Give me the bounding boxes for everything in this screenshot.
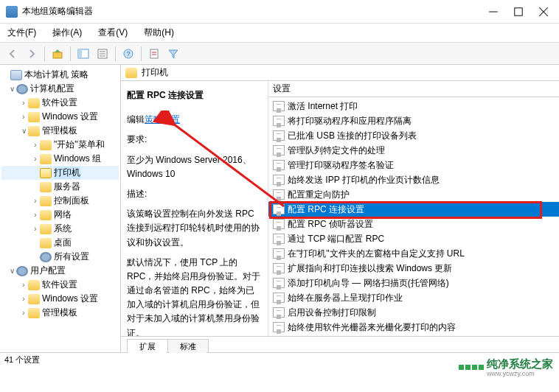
list-item[interactable]: 配置重定向防护 — [268, 187, 559, 202]
tree-desktop[interactable]: 桌面 — [54, 237, 72, 249]
filter-button[interactable] — [165, 46, 181, 62]
menu-file[interactable]: 文件(F) — [4, 25, 39, 41]
expander-icon[interactable]: › — [31, 211, 40, 219]
setting-icon — [273, 101, 285, 111]
minimize-button[interactable] — [488, 7, 499, 17]
back-button[interactable] — [4, 46, 21, 62]
edit-policy-link[interactable]: 策略设置 — [145, 114, 180, 125]
folder-icon — [40, 168, 52, 178]
nav-tree[interactable]: 本地计算机 策略 ∨计算机配置 ›软件设置 ›Windows 设置 ∨管理模板 … — [0, 65, 121, 352]
show-hide-tree-button[interactable] — [75, 46, 91, 62]
watermark: 纯净系统之家 www.ycwzy.com — [459, 357, 553, 377]
list-item-label: 配置 RPC 侦听器设置 — [288, 218, 373, 231]
list-item[interactable]: 启用设备控制打印限制 — [268, 305, 559, 320]
expander-icon[interactable]: › — [19, 309, 28, 317]
folder-icon — [40, 182, 52, 192]
folder-icon — [28, 98, 40, 108]
setting-icon — [273, 278, 285, 288]
properties-button[interactable] — [94, 46, 111, 62]
setting-icon — [273, 322, 285, 332]
expander-icon[interactable]: › — [19, 295, 28, 303]
list-column-header[interactable]: 设置 — [268, 81, 559, 97]
menu-view[interactable]: 查看(V) — [95, 25, 131, 41]
folder-icon — [125, 68, 137, 78]
expander-icon[interactable]: › — [31, 141, 40, 149]
expander-icon[interactable]: ∨ — [19, 127, 28, 135]
list-item[interactable]: 在"打印机"文件夹的左窗格中自定义支持 URL — [268, 246, 559, 261]
setting-icon — [273, 160, 285, 170]
tree-software[interactable]: 软件设置 — [42, 97, 77, 109]
expander-icon[interactable]: › — [31, 155, 40, 163]
tree-computer[interactable]: 计算机配置 — [30, 83, 74, 95]
tree-usoftware[interactable]: 软件设置 — [42, 279, 77, 291]
folder-icon — [28, 294, 40, 304]
tree-ctrlpanel[interactable]: 控制面板 — [54, 195, 89, 207]
forward-button[interactable] — [24, 46, 40, 62]
settings-list[interactable]: 设置 激活 Internet 打印将打印驱动程序和应用程序隔离已批准 USB 连… — [268, 81, 559, 337]
list-item[interactable]: 始终在服务器上呈现打印作业 — [268, 290, 559, 305]
list-item[interactable]: 已批准 USB 连接的打印设备列表 — [268, 128, 559, 143]
requirements-label: 要求: — [127, 133, 262, 147]
list-item[interactable]: 扩展指向和打印连接以搜索 Windows 更新 — [268, 261, 559, 276]
window-title: 本地组策略编辑器 — [22, 5, 488, 18]
tree-printer[interactable]: 打印机 — [54, 167, 80, 179]
tree-start[interactable]: "开始"菜单和 — [54, 139, 105, 151]
close-button[interactable] — [538, 7, 549, 17]
list-item[interactable]: 始终使用软件光栅器来光栅化要打印的内容 — [268, 320, 559, 335]
tree-windows[interactable]: Windows 设置 — [42, 111, 98, 123]
export-button[interactable] — [146, 46, 162, 62]
folder-icon — [28, 280, 40, 290]
tree-admin[interactable]: 管理模板 — [42, 125, 77, 137]
tab-standard[interactable]: 标准 — [167, 339, 209, 353]
view-tabs: 扩展 标准 — [121, 336, 559, 352]
list-item[interactable]: 管理队列特定文件的处理 — [268, 143, 559, 158]
folder-icon — [40, 154, 52, 164]
description-text-2: 默认情况下，使用 TCP 上的 RPC，并始终启用身份验证。对于通过命名管道的 … — [127, 256, 262, 337]
svg-text:?: ? — [126, 50, 130, 57]
tab-extended[interactable]: 扩展 — [127, 339, 168, 353]
tree-wincomp[interactable]: Windows 组 — [54, 153, 101, 165]
menu-help[interactable]: 帮助(H) — [141, 25, 177, 41]
list-item[interactable]: 管理打印驱动程序签名验证 — [268, 158, 559, 172]
list-item[interactable]: 配置 RPC 连接设置 — [268, 202, 559, 217]
tree-allsettings[interactable]: 所有设置 — [54, 251, 89, 263]
list-item-label: 配置重定向防护 — [288, 189, 350, 201]
list-item-label: 添加打印机向导 — 网络扫描页(托管网络) — [288, 277, 449, 290]
list-item[interactable]: 激活 Internet 打印 — [268, 99, 559, 113]
list-item-label: 始终在服务器上呈现打印作业 — [288, 292, 403, 304]
setting-icon — [273, 307, 285, 318]
menu-action[interactable]: 操作(A) — [49, 25, 85, 41]
list-item[interactable]: 将打印驱动程序和应用程序隔离 — [268, 113, 559, 128]
up-button[interactable] — [49, 46, 66, 62]
list-item[interactable]: 添加打印机向导 — 网络扫描页(托管网络) — [268, 276, 559, 290]
tree-user[interactable]: 用户配置 — [30, 265, 66, 277]
expander-icon[interactable]: ∨ — [7, 267, 16, 275]
expander-icon[interactable]: › — [31, 225, 40, 233]
tree-root[interactable]: 本地计算机 策略 — [24, 69, 88, 81]
tree-server[interactable]: 服务器 — [54, 181, 80, 193]
folder-icon — [40, 210, 52, 220]
list-item-label: 在"打印机"文件夹的左窗格中自定义支持 URL — [288, 248, 465, 260]
folder-icon — [40, 224, 52, 234]
tree-network[interactable]: 网络 — [54, 209, 72, 221]
setting-icon — [273, 145, 285, 155]
tree-system[interactable]: 系统 — [54, 223, 72, 235]
tree-uadmin[interactable]: 管理模板 — [42, 307, 77, 319]
list-item-label: 始终发送 IPP 打印机的作业页计数信息 — [288, 174, 440, 186]
list-item-label: 配置 RPC 连接设置 — [288, 203, 364, 216]
list-item-label: 启用设备控制打印限制 — [288, 307, 376, 319]
watermark-icon — [459, 365, 484, 370]
setting-icon — [273, 234, 285, 244]
tree-uwindows[interactable]: Windows 设置 — [42, 293, 98, 305]
content-header: 打印机 — [121, 65, 559, 81]
help-button[interactable]: ? — [120, 46, 136, 62]
expander-icon[interactable]: › — [19, 113, 28, 121]
list-item[interactable]: 通过 TCP 端口配置 RPC — [268, 231, 559, 246]
list-item[interactable]: 始终发送 IPP 打印机的作业页计数信息 — [268, 172, 559, 187]
expander-icon[interactable]: ∨ — [7, 85, 16, 93]
expander-icon[interactable]: › — [19, 281, 28, 289]
expander-icon[interactable]: › — [19, 99, 28, 107]
list-item[interactable]: 配置 RPC 侦听器设置 — [268, 217, 559, 231]
maximize-button[interactable] — [513, 7, 524, 17]
expander-icon[interactable]: › — [31, 197, 40, 205]
